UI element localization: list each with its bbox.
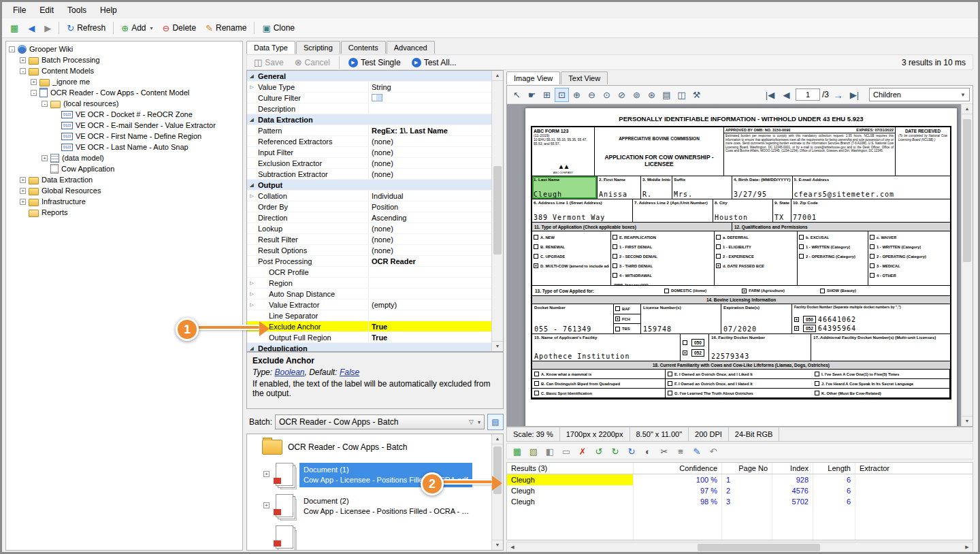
envelope-button[interactable]: ▭ (559, 444, 573, 458)
property-value[interactable]: (none) (368, 245, 491, 255)
prev-page-button[interactable]: ◀ (779, 88, 794, 102)
property-value[interactable]: (none) (368, 147, 491, 157)
tree-item-label[interactable]: (data model) (62, 154, 104, 162)
tree-item[interactable]: + Infrastructure (6, 196, 242, 207)
property-value[interactable]: (none) (368, 234, 491, 244)
document-thumbnail-icon[interactable] (276, 525, 293, 549)
property-value[interactable]: (none) (368, 223, 491, 233)
result-value[interactable]: Cleugh (507, 496, 634, 507)
property-value[interactable]: Individual (368, 191, 491, 201)
tree-item[interactable]: + Batch Processing (6, 54, 242, 65)
tree-expander[interactable]: + (20, 177, 26, 183)
tree-item-label[interactable]: VE OCR - Docket # - ReOCR Zone (76, 110, 193, 118)
property-row[interactable]: Culture Filter (247, 93, 491, 103)
property-value[interactable]: Ascending (368, 212, 491, 223)
result-row[interactable]: Cleugh 97 % 2 4576 6 (507, 485, 973, 496)
property-value[interactable]: (none) (368, 169, 491, 179)
property-row[interactable]: ◢ Deduplication (247, 343, 491, 352)
viewer-scrollbar[interactable]: ▲ ▼ (961, 104, 973, 426)
property-row[interactable]: Result Options (none) (247, 245, 491, 256)
document-title[interactable]: Document (1) (304, 465, 468, 475)
clone-button[interactable]: ▣Clone (258, 21, 299, 35)
property-row[interactable]: Description (247, 103, 491, 114)
property-value[interactable] (368, 267, 491, 277)
expand-arrow-icon[interactable]: ▷ (247, 302, 257, 308)
column-header[interactable]: Length (813, 463, 855, 474)
menu-item[interactable]: Tools (61, 3, 93, 18)
forward-button[interactable]: ▶ (40, 22, 55, 35)
tree-expander[interactable]: + (263, 502, 270, 508)
property-row[interactable]: OCR Profile (247, 267, 491, 278)
viewer-tab[interactable]: Image View (506, 71, 560, 84)
scroll-down-icon[interactable]: ▼ (962, 416, 973, 426)
tree-item-label[interactable]: VE OCR - E-mail Sender - Value Extractor (76, 121, 216, 129)
mask-button[interactable]: ◧ (543, 444, 557, 458)
type-link[interactable]: Boolean (274, 368, 304, 377)
tree-item-label[interactable]: Content Models (42, 67, 94, 75)
tree-item[interactable]: + (data model) (6, 152, 242, 163)
default-link[interactable]: False (340, 368, 359, 377)
save-image-button[interactable]: ◫ (674, 88, 689, 102)
first-page-button[interactable]: |◀ (763, 88, 777, 102)
menu-item[interactable]: Help (93, 3, 124, 18)
page-number-input[interactable] (796, 88, 820, 101)
print-button[interactable]: ▤ (659, 88, 674, 102)
column-header[interactable]: Results (3) (507, 463, 634, 474)
zoom-actual-tool[interactable]: ⊚ (630, 88, 644, 102)
tree-expander[interactable]: + (42, 155, 48, 161)
scrollbar-thumb[interactable] (493, 166, 502, 255)
property-value[interactable] (368, 289, 491, 299)
add-button[interactable]: ⊕Add▾ (117, 21, 157, 35)
batch-root-item[interactable]: OCR Reader - Cow Apps - Batch (247, 434, 491, 456)
menu-item[interactable]: Edit (33, 3, 61, 18)
delete-button[interactable]: ⊖Delete (159, 21, 201, 35)
zoom-region-tool[interactable]: ⊡ (555, 88, 569, 102)
tree-item-label[interactable]: VE OCR - Last Name - Auto Snap (76, 143, 189, 151)
invert-button[interactable]: ◐ (641, 444, 655, 458)
ocr-text-button[interactable]: ≡ (674, 444, 687, 458)
expand-arrow-icon[interactable]: ◢ (247, 117, 257, 123)
property-row[interactable]: ◢ General (247, 71, 491, 82)
property-value[interactable]: True (368, 332, 491, 342)
editor-tab[interactable]: Scripting (296, 41, 340, 54)
property-value[interactable]: OCR Reader (368, 256, 491, 266)
tree-item[interactable]: VE OCR - Docket # - ReOCR Zone (6, 109, 242, 120)
batch-dropdown[interactable]: OCR Reader - Cow Apps - Batch ▽ ▾ (275, 414, 485, 429)
property-row[interactable]: Subtraction Extractor (none) (247, 169, 491, 180)
column-header[interactable]: Confidence (634, 463, 722, 474)
undo-button[interactable]: ↶ (706, 444, 720, 458)
property-row[interactable]: Output Full Region True (247, 332, 491, 343)
tree-item[interactable]: VE OCR - Last Name - Auto Snap (6, 142, 242, 152)
tree-item-label[interactable]: Batch Processing (42, 56, 100, 64)
settings-button[interactable]: ⚒ (689, 88, 704, 102)
property-value[interactable]: (empty) (368, 299, 491, 310)
expand-arrow-icon[interactable]: ▷ (247, 291, 257, 297)
next-page-button[interactable]: ▶| (847, 88, 862, 102)
tree-item[interactable]: VE OCR - First Name - Define Region (6, 131, 242, 142)
column-header[interactable]: Index (772, 463, 813, 474)
add-region-tool[interactable]: ⊞ (540, 88, 554, 102)
property-row[interactable]: Order By Position (247, 201, 491, 212)
document-thumbnail-icon[interactable] (276, 463, 293, 486)
rotate-ccw-button[interactable]: ↺ (592, 444, 606, 458)
expand-arrow-icon[interactable]: ◢ (247, 182, 257, 188)
tree-item[interactable]: VE OCR - E-mail Sender - Value Extractor (6, 120, 242, 131)
column-header[interactable]: Page No (722, 463, 772, 474)
tree-expander[interactable]: + (20, 188, 26, 194)
refresh-button[interactable]: ↻Refresh (63, 21, 110, 35)
editor-tab[interactable]: Advanced (387, 41, 435, 54)
property-row[interactable]: Pattern RegEx: 1\. Last Name (247, 125, 491, 136)
property-row[interactable]: ◢ Output (247, 180, 491, 191)
scroll-right-icon[interactable]: ▶ (962, 544, 973, 550)
expand-arrow-icon[interactable]: ◢ (247, 346, 257, 351)
pan-tool[interactable]: ☛ (525, 88, 539, 102)
scrollbar-thumb[interactable] (963, 119, 971, 262)
viewer-tab[interactable]: Text View (561, 71, 608, 84)
property-row[interactable]: Exclusion Extractor (none) (247, 158, 491, 169)
batch-browse-button[interactable]: ▤ (487, 414, 504, 430)
tree-expander[interactable]: - (31, 90, 37, 96)
result-row[interactable]: Cleugh 98 % 3 5702 6 (507, 496, 973, 507)
property-value[interactable] (368, 114, 491, 125)
snippet-button[interactable]: ▧ (527, 444, 540, 458)
menu-item[interactable]: File (6, 3, 33, 18)
